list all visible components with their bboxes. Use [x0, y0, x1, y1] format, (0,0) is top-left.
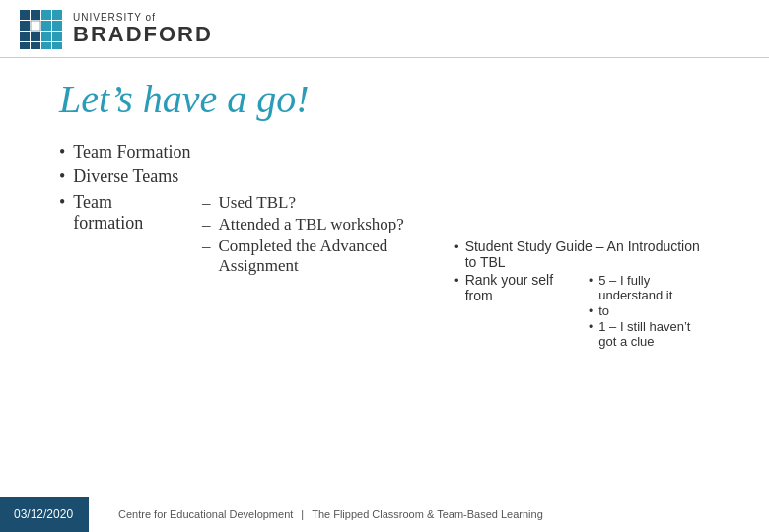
footer: 03/12/2020 Centre for Educational Develo…	[0, 497, 769, 532]
university-logo-icon	[20, 10, 63, 49]
deep-list-item: to	[589, 303, 710, 318]
svg-rect-6	[41, 21, 51, 31]
svg-rect-5	[52, 10, 62, 20]
svg-rect-2	[20, 21, 30, 31]
svg-rect-4	[41, 10, 51, 20]
svg-rect-1	[31, 10, 40, 20]
bullet-list: Team Formation Diverse Teams Team format…	[59, 142, 710, 354]
svg-rect-9	[31, 32, 40, 41]
deep-list: 5 – I fully understand it to 1 – I still…	[561, 273, 710, 350]
list-item: Team formation Used TBL? Attended a TBL …	[59, 191, 710, 354]
svg-rect-14	[41, 42, 51, 49]
list-item: Diverse Teams	[59, 166, 710, 187]
deep-list-item: 5 – I fully understand it	[589, 273, 710, 302]
footer-course: The Flipped Classroom & Team-Based Learn…	[312, 508, 543, 520]
svg-rect-10	[20, 42, 30, 49]
footer-separator: |	[301, 508, 304, 520]
svg-rect-12	[41, 32, 51, 41]
footer-centre: Centre for Educational Development	[118, 508, 293, 520]
sub-sub-list-item: Rank your self from 5 – I fully understa…	[454, 272, 710, 350]
svg-rect-7	[52, 21, 62, 31]
header: UNIVERSITY of BRADFORD	[0, 0, 769, 58]
svg-rect-15	[52, 42, 62, 49]
logo-container: UNIVERSITY of BRADFORD	[20, 10, 213, 49]
list-item: Team Formation	[59, 142, 710, 163]
svg-rect-8	[20, 32, 30, 41]
svg-rect-11	[31, 42, 40, 49]
main-content: Let’s have a go! Team Formation Diverse …	[0, 58, 769, 354]
logo-text: UNIVERSITY of BRADFORD	[73, 12, 213, 46]
svg-rect-3	[31, 21, 40, 31]
sub-list-item: Completed the Advanced Assignment Studen…	[202, 236, 710, 352]
sub-list-item: Used TBL?	[202, 193, 710, 213]
svg-rect-0	[20, 10, 30, 20]
page-title: Let’s have a go!	[59, 76, 710, 122]
sub-list-item: Attended a TBL workshop?	[202, 215, 710, 234]
sub-list: Used TBL? Attended a TBL workshop? Compl…	[173, 193, 710, 354]
svg-rect-13	[52, 32, 62, 41]
sub-sub-list: Student Study Guide – An Introduction to…	[425, 238, 710, 352]
sub-sub-list-item: Student Study Guide – An Introduction to…	[454, 238, 710, 270]
footer-date: 03/12/2020	[0, 497, 89, 532]
deep-list-item: 1 – I still haven’t got a clue	[589, 319, 710, 349]
logo-bradford: BRADFORD	[73, 23, 213, 46]
footer-text: Centre for Educational Development | The…	[89, 508, 543, 520]
